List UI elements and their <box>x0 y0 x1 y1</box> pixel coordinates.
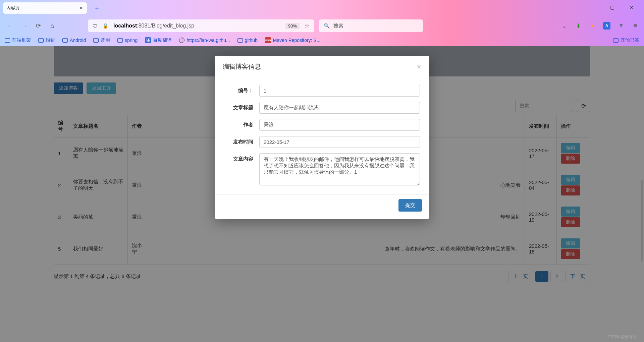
modal-close-icon[interactable]: × <box>417 63 421 71</box>
pocket-icon[interactable]: ⌄ <box>561 22 568 29</box>
input-title[interactable] <box>259 102 420 114</box>
label-author: 作者 <box>224 119 259 131</box>
modal-body: 编号： 文章标题 作者 发布时间 文章内容 <box>215 78 429 194</box>
label-date: 发布时间 <box>224 136 259 148</box>
bookmark-folder[interactable]: 报错 <box>38 37 55 43</box>
modal-header: 编辑博客信息 × <box>215 56 429 78</box>
watermark: CSDN @无谓侠a <box>608 334 639 340</box>
zoom-badge[interactable]: 90% <box>285 23 300 29</box>
url-text: localhost:8081/Blog/edit_blog.jsp <box>113 23 281 29</box>
bookmark-folder[interactable]: spring <box>117 38 138 43</box>
bookmark-link[interactable]: MVNMaven Repository: S... <box>265 37 321 43</box>
bookmark-folder[interactable]: github <box>237 38 258 43</box>
browser-search-bar[interactable]: 🔍 搜索 <box>319 19 423 32</box>
tab-title: 内容页 <box>6 5 19 11</box>
bookmarks-bar: 前端框架 报错 Android 常用 spring 译百度翻译 https://… <box>0 34 644 46</box>
extension-icon[interactable]: ▼ <box>618 22 625 29</box>
shield-icon[interactable]: 🛡 <box>93 23 98 29</box>
search-placeholder: 搜索 <box>333 23 343 29</box>
bookmark-link[interactable]: 译百度翻译 <box>145 37 172 43</box>
browser-tab[interactable]: 内容页 ✕ <box>3 2 87 14</box>
navbar: ← → ⟳ ⌂ 🛡 🔒 localhost:8081/Blog/edit_blo… <box>0 17 644 34</box>
menu-icon[interactable]: ≡ <box>632 22 639 29</box>
reload-icon[interactable]: ⟳ <box>34 21 43 31</box>
tab-close-icon[interactable]: ✕ <box>78 6 84 11</box>
account-icon[interactable]: ● <box>589 22 596 29</box>
titlebar: 内容页 ✕ + — ▢ ✕ <box>0 0 644 17</box>
window-controls: — ▢ ✕ <box>590 0 644 10</box>
search-icon: 🔍 <box>324 23 330 29</box>
bookmark-star-icon[interactable]: ☆ <box>304 22 310 30</box>
bookmark-folder[interactable]: 常用 <box>93 37 110 43</box>
input-id[interactable] <box>259 85 420 97</box>
modal-footer: 提交 <box>215 194 429 219</box>
home-icon[interactable]: ⌂ <box>48 21 57 31</box>
input-date[interactable] <box>259 136 420 148</box>
translate-icon[interactable]: A <box>603 22 610 30</box>
window-close-button[interactable]: ✕ <box>629 5 635 10</box>
label-id: 编号： <box>224 85 259 97</box>
input-content[interactable] <box>259 153 420 185</box>
label-title: 文章标题 <box>224 102 259 114</box>
submit-button[interactable]: 提交 <box>398 199 422 212</box>
forward-icon: → <box>19 21 29 31</box>
minimize-button[interactable]: — <box>590 5 596 10</box>
bookmark-other-folder[interactable]: 其他书签 <box>613 37 639 43</box>
download-icon[interactable]: ⬇ <box>575 22 582 29</box>
page-viewport: 添加博客 返回主页 搜索 ⟳ 编号 文章标题名 作者 发布时间 操作 1愿有人陪… <box>0 46 644 342</box>
new-tab-button[interactable]: + <box>93 4 101 13</box>
bookmark-folder[interactable]: Android <box>62 38 86 43</box>
back-icon[interactable]: ← <box>5 21 15 31</box>
modal-title: 编辑博客信息 <box>223 62 261 71</box>
bookmark-folder[interactable]: 前端框架 <box>5 37 31 43</box>
bookmark-link[interactable]: https://lan-wa.githu... <box>179 38 230 43</box>
edit-blog-modal: 编辑博客信息 × 编号： 文章标题 作者 发布时间 文章内容 提交 <box>215 56 429 219</box>
lock-icon[interactable]: 🔒 <box>102 23 109 29</box>
scrollbar[interactable] <box>641 180 643 261</box>
toolbar-icons: ⌄ ⬇ ● A ▼ ≡ <box>561 22 639 30</box>
input-author[interactable] <box>259 119 420 131</box>
label-content: 文章内容 <box>224 153 259 185</box>
maximize-button[interactable]: ▢ <box>609 5 615 10</box>
url-bar[interactable]: 🛡 🔒 localhost:8081/Blog/edit_blog.jsp 90… <box>88 19 314 32</box>
